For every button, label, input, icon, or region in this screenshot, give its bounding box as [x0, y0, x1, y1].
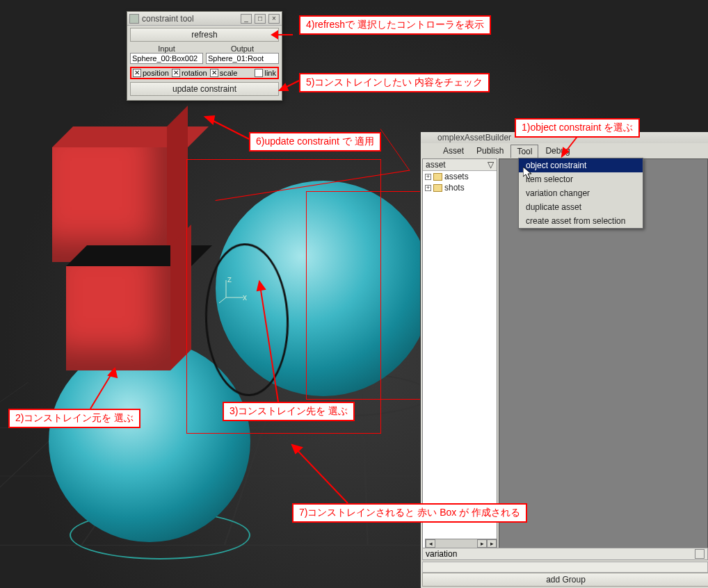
callout-5: 5)コンストレインしたい 内容をチェック [299, 73, 490, 92]
svg-marker-7 [523, 167, 531, 179]
svg-marker-13 [257, 281, 265, 291]
svg-marker-19 [292, 445, 302, 453]
svg-line-18 [292, 445, 348, 503]
svg-marker-17 [205, 116, 214, 124]
callout-3: 3)コンストレイン先を 選ぶ [223, 402, 355, 421]
callout-7: 7)コンストレインされると 赤い Box が 作成される [292, 503, 527, 523]
callout-4: 4)refreshで 選択したコントローラを表示 [299, 15, 491, 35]
svg-line-12 [259, 281, 278, 402]
svg-marker-15 [280, 84, 288, 90]
callout-6: 6)update constraint で 適用 [249, 132, 381, 152]
cursor-icon [523, 167, 534, 181]
callout-1: 1)object constraint を選ぶ [515, 118, 640, 138]
svg-marker-11 [108, 368, 117, 377]
callout-2: 2)コンストレイン元を 選ぶ [8, 409, 140, 428]
